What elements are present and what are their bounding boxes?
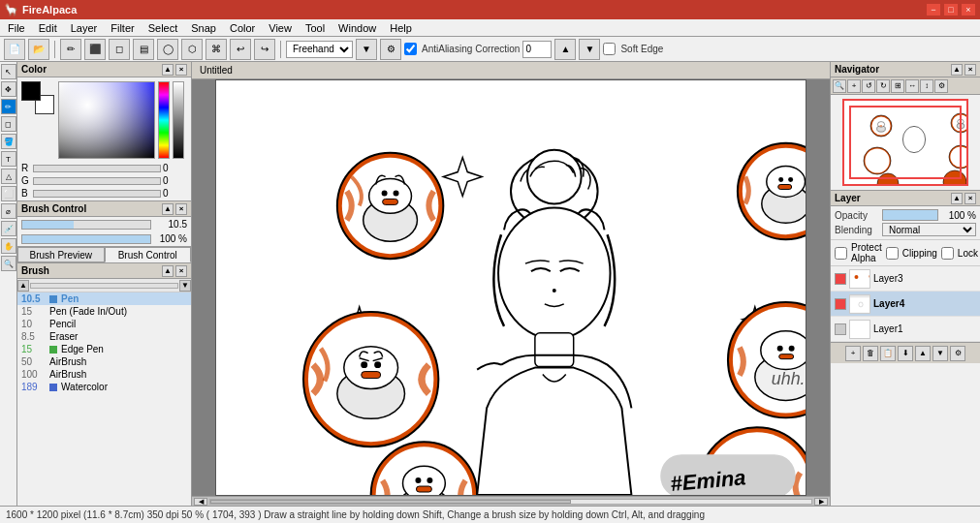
protect-alpha-checkbox[interactable]: [835, 247, 847, 260]
menu-color[interactable]: Color: [224, 21, 261, 35]
layer-panel-float[interactable]: ▲: [951, 193, 963, 204]
tool-hand[interactable]: ✋: [1, 238, 16, 254]
nav-zoom-out[interactable]: 🔍: [833, 79, 846, 93]
tool-move[interactable]: ✥: [1, 81, 16, 97]
soft-edge-checkbox[interactable]: [603, 43, 616, 55]
toolbar-btn-1[interactable]: ✏: [60, 39, 81, 60]
layer-up-btn[interactable]: ▲: [915, 346, 931, 361]
toolbar-btn-7[interactable]: ⌘: [205, 39, 227, 60]
layer-eye-2[interactable]: [835, 323, 846, 335]
tool-select[interactable]: ↖: [1, 64, 16, 79]
menu-edit[interactable]: Edit: [33, 21, 63, 35]
menu-window[interactable]: Window: [332, 21, 382, 35]
antialiasing-checkbox[interactable]: [404, 43, 417, 55]
close-button[interactable]: ×: [961, 3, 976, 16]
r-bar[interactable]: [33, 165, 161, 172]
brush-item-0[interactable]: 10.5 Pen: [17, 292, 191, 305]
canvas-hscrollbar[interactable]: ◀ ▶: [192, 496, 830, 506]
toolbar-btn-4[interactable]: ▤: [133, 39, 154, 60]
clipping-checkbox[interactable]: [886, 247, 899, 260]
g-bar[interactable]: [33, 177, 161, 185]
maximize-button[interactable]: □: [943, 3, 959, 16]
brush-item-5[interactable]: 50 AirBrush: [17, 355, 191, 368]
layer-add-btn[interactable]: +: [845, 346, 861, 361]
layer-item-0[interactable]: Layer3: [831, 266, 980, 292]
toolbar-btn-2[interactable]: ⬛: [84, 39, 106, 60]
toolbar-btn-3[interactable]: ◻: [109, 39, 130, 60]
brush-list-float[interactable]: ▲: [162, 265, 174, 277]
brush-item-2[interactable]: 10 Pencil: [17, 318, 191, 330]
navigator-preview[interactable]: [842, 99, 968, 186]
menu-file[interactable]: File: [2, 21, 31, 35]
brush-item-1[interactable]: 15 Pen (Fade In/Out): [17, 305, 191, 318]
tool-brush[interactable]: ✏: [1, 99, 16, 114]
scroll-left-btn[interactable]: ◀: [194, 498, 207, 506]
minimize-button[interactable]: −: [926, 3, 941, 16]
menu-snap[interactable]: Snap: [185, 21, 222, 35]
color-panel-close[interactable]: ×: [175, 64, 187, 76]
canvas-content[interactable]: uhh... #Emina: [215, 79, 806, 496]
brush-item-4[interactable]: 15 Edge Pen: [17, 343, 191, 355]
navigator-close[interactable]: ×: [964, 64, 976, 76]
layer-eye-0[interactable]: [835, 273, 846, 285]
tool-shape[interactable]: △: [1, 169, 16, 184]
toolbar-btn-5[interactable]: ◯: [157, 39, 178, 60]
freehand-dropdown[interactable]: ▼: [356, 39, 377, 60]
freehand-select[interactable]: Freehand: [286, 41, 353, 58]
freehand-settings[interactable]: ⚙: [380, 39, 401, 60]
h-scroll-track[interactable]: [209, 499, 812, 505]
tool-eyedropper[interactable]: 💉: [1, 221, 16, 236]
tab-brush-control[interactable]: Brush Control: [105, 247, 192, 262]
brush-scroll-up[interactable]: ▲: [17, 280, 29, 292]
canvas-wrapper[interactable]: uhh... #Emina: [192, 79, 830, 496]
layer-item-2[interactable]: Layer1: [831, 317, 980, 342]
nav-fit[interactable]: ⊞: [891, 79, 904, 93]
brush-size-slider[interactable]: [21, 220, 151, 230]
blending-select[interactable]: Normal: [882, 223, 976, 236]
brush-list-close[interactable]: ×: [175, 265, 187, 277]
brush-control-close[interactable]: ×: [175, 203, 187, 215]
brush-opacity-slider[interactable]: [21, 234, 151, 244]
new-file-button[interactable]: 📄: [4, 39, 25, 60]
brush-item-6[interactable]: 100 AirBrush: [17, 368, 191, 381]
layer-item-1[interactable]: Layer4: [831, 292, 980, 317]
layer-eye-1[interactable]: [835, 298, 846, 310]
brush-control-float[interactable]: ▲: [162, 203, 174, 215]
layer-duplicate-btn[interactable]: 📋: [880, 346, 896, 361]
layer-settings-btn[interactable]: ⚙: [950, 346, 965, 361]
menu-tool[interactable]: Tool: [300, 21, 331, 35]
tool-lasso[interactable]: ⌀: [1, 203, 16, 219]
lock-checkbox[interactable]: [941, 247, 954, 260]
menu-select[interactable]: Select: [142, 21, 184, 35]
brush-scroll-down[interactable]: ▼: [179, 280, 191, 292]
tool-text[interactable]: T: [1, 151, 16, 167]
scroll-right-btn[interactable]: ▶: [814, 498, 828, 506]
tool-fill[interactable]: 🪣: [1, 134, 16, 149]
nav-settings[interactable]: ⚙: [934, 79, 948, 93]
tool-zoom[interactable]: 🔍: [1, 256, 16, 271]
color-hue-strip[interactable]: [158, 81, 170, 159]
layer-delete-btn[interactable]: 🗑: [863, 346, 878, 361]
layer-panel-close[interactable]: ×: [964, 193, 976, 204]
brush-item-3[interactable]: 8.5 Eraser: [17, 330, 191, 343]
nav-rotate-left[interactable]: ↺: [862, 79, 875, 93]
toolbar-btn-8[interactable]: ↩: [230, 39, 251, 60]
menu-view[interactable]: View: [263, 21, 298, 35]
color-alpha-strip[interactable]: [173, 81, 184, 159]
nav-zoom-in[interactable]: +: [847, 79, 861, 93]
menu-layer[interactable]: Layer: [65, 21, 104, 35]
brush-item-7[interactable]: 189 Watercolor: [17, 381, 191, 393]
open-file-button[interactable]: 📂: [28, 39, 49, 60]
h-scroll-thumb[interactable]: [210, 500, 571, 504]
correction-down[interactable]: ▼: [579, 39, 600, 60]
toolbar-btn-9[interactable]: ↪: [254, 39, 275, 60]
correction-input[interactable]: [522, 41, 552, 58]
opacity-slider[interactable]: [882, 209, 938, 221]
menu-help[interactable]: Help: [384, 21, 418, 35]
tab-brush-preview[interactable]: Brush Preview: [17, 247, 105, 262]
tool-select2[interactable]: ⬜: [1, 186, 16, 201]
nav-flip-v[interactable]: ↕: [920, 79, 933, 93]
navigator-float[interactable]: ▲: [951, 64, 963, 76]
foreground-color-swatch[interactable]: [21, 81, 41, 101]
brush-scroll-track[interactable]: [30, 283, 178, 289]
